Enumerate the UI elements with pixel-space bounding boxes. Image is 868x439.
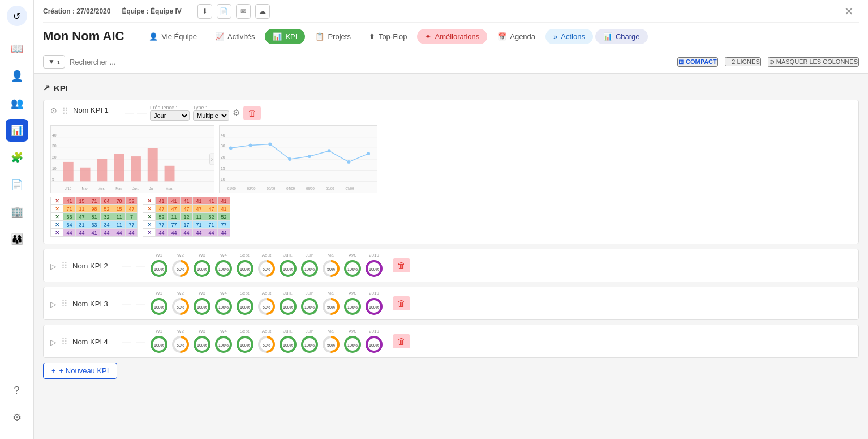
pdf-btn[interactable]: 📄 (217, 4, 231, 19)
kpi3-name: Nom KPI 3 (72, 300, 118, 308)
toolbar: ▼ ₁ ⊞ COMPACT ≡ 2 LIGNES ⊘ MASQUER LES C… (34, 50, 868, 74)
kpi3-dash1[interactable]: — (122, 299, 131, 309)
tab-projets[interactable]: 📋 Projets (307, 29, 358, 44)
kpi4-dash1[interactable]: — (122, 336, 131, 347)
kpi3-expand[interactable]: ▷ (50, 300, 57, 309)
svg-text:100%: 100% (197, 267, 207, 271)
kpi-icon: 📊 (273, 32, 282, 41)
kpi2-drag[interactable]: ⠿ (61, 261, 68, 271)
kpi1-expand[interactable]: ⊙ (50, 106, 57, 115)
kpi1-drag[interactable]: ⠿ (62, 106, 68, 117)
kpi1-freq: Fréquence : Jour Semaine Mois (150, 105, 190, 121)
del-cell[interactable]: ✕ (51, 197, 63, 205)
del-cell[interactable]: ✕ (51, 221, 63, 229)
actions-icon: » (553, 32, 557, 41)
content-area: ↗ KPI ⊙ ⠿ Nom KPI 1 — — Fréquence : Jour… (34, 74, 868, 439)
svg-rect-14 (131, 156, 141, 181)
svg-text:30/09: 30/09 (326, 187, 334, 190)
trend-icon: ↗ (43, 83, 50, 93)
kpi4-drag[interactable]: ⠿ (61, 336, 68, 347)
del-cell[interactable]: ✕ (51, 205, 63, 213)
sidebar-item-user[interactable]: 👤 (6, 65, 28, 87)
del-cell[interactable]: ✕ (51, 229, 63, 237)
kpi1-delete-btn[interactable]: 🗑 (243, 106, 261, 120)
close-button[interactable]: ✕ (839, 1, 859, 22)
del-cell-r[interactable]: ✕ (143, 205, 156, 213)
vie-equipe-icon: 👤 (149, 32, 158, 41)
svg-text:100%: 100% (240, 343, 250, 347)
del-cell-r[interactable]: ✕ (143, 221, 156, 229)
sidebar-item-chart[interactable]: 📊 (6, 119, 28, 142)
sidebar-item-users[interactable]: 👥 (6, 92, 28, 114)
kpi4-period-labels: W1 W2 W3 W4 Sept. Août Juill. Juin Mai A… (149, 329, 384, 334)
kpi4-dash2[interactable]: — (136, 336, 145, 347)
chart-toggle-btn[interactable]: › (209, 154, 214, 165)
del-cell-r[interactable]: ✕ (143, 197, 156, 205)
tab-ameliorations[interactable]: ✦ Améliorations (417, 29, 487, 44)
plus-icon: + (51, 366, 56, 375)
del-cell-r[interactable]: ✕ (143, 229, 156, 237)
tab-kpi[interactable]: 📊 KPI (265, 29, 305, 44)
kpi2-dash1[interactable]: — (122, 261, 131, 271)
kpi2-name: Nom KPI 2 (72, 262, 118, 270)
kpi4-periods: W1 W2 W3 W4 Sept. Août Juill. Juin Mai A… (149, 329, 384, 354)
kpi-section-title: ↗ KPI (43, 83, 859, 93)
svg-text:Aug.: Aug. (166, 187, 174, 190)
kpi1-dash1[interactable]: — (125, 108, 134, 118)
sidebar-item-settings[interactable]: ⚙ (6, 406, 28, 429)
download-btn[interactable]: ⬇ (197, 4, 212, 19)
kpi1-gear-icon[interactable]: ⚙ (233, 108, 240, 118)
svg-text:100%: 100% (283, 305, 293, 309)
search-input[interactable] (70, 58, 673, 66)
sidebar-item-help[interactable]: ? (6, 379, 28, 402)
sidebar-item-doc[interactable]: 📄 (6, 173, 28, 196)
kpi1-data-tables: ✕ 411571647032 ✕ 711198521547 ✕ 36478132… (50, 197, 852, 237)
svg-text:50%: 50% (263, 267, 270, 271)
line-chart-svg: 40 30 20 15 10 (220, 126, 377, 193)
kpi1-dash2[interactable]: — (137, 108, 147, 118)
svg-text:100%: 100% (218, 305, 229, 309)
sidebar-item-org2[interactable]: 👨‍👩‍👦 (6, 228, 28, 250)
svg-text:05/09: 05/09 (306, 187, 315, 190)
filter-button[interactable]: ▼ ₁ (43, 55, 65, 69)
svg-rect-10 (63, 162, 74, 181)
del-cell[interactable]: ✕ (51, 213, 63, 221)
kpi3-drag[interactable]: ⠿ (61, 299, 68, 309)
two-lines-button[interactable]: ≡ 2 LIGNES (725, 57, 761, 66)
svg-text:100%: 100% (304, 267, 315, 271)
tab-actions[interactable]: » Actions (545, 29, 593, 44)
email-btn[interactable]: ✉ (236, 4, 251, 19)
cloud-btn[interactable]: ☁ (255, 4, 270, 19)
sidebar-logo[interactable]: ↺ (7, 6, 27, 26)
sidebar-item-puzzle[interactable]: 🧩 (6, 146, 28, 169)
kpi2-dash2[interactable]: — (136, 261, 145, 271)
kpi4-expand[interactable]: ▷ (50, 338, 57, 347)
kpi3-circle-1: 100% (149, 297, 169, 316)
new-kpi-label: + Nouveau KPI (59, 366, 109, 375)
sidebar-item-org[interactable]: 🏢 (6, 201, 28, 223)
hide-columns-button[interactable]: ⊘ MASQUER LES COLONNES (768, 57, 859, 67)
equipe-value: Équipe IV (151, 7, 182, 15)
kpi1-type-select[interactable]: Multiple Simple (193, 110, 229, 121)
compact-button[interactable]: ⊞ COMPACT (677, 57, 718, 67)
svg-text:30: 30 (52, 144, 57, 148)
sidebar-item-book[interactable]: 📖 (6, 37, 28, 60)
bar-chart-svg: 40 30 20 10 5 (51, 126, 214, 193)
tab-charge[interactable]: 📊 Charge (595, 29, 648, 44)
kpi2-expand[interactable]: ▷ (50, 262, 57, 271)
hide-columns-icon: ⊘ (769, 58, 774, 66)
kpi2-delete-btn[interactable]: 🗑 (393, 258, 410, 272)
tab-top-flop[interactable]: ⬆ Top-Flop (361, 29, 415, 44)
del-cell-r[interactable]: ✕ (143, 213, 156, 221)
kpi3-circle-3: 100% (192, 297, 212, 316)
new-kpi-button[interactable]: + + Nouveau KPI (43, 363, 117, 379)
tab-agenda[interactable]: 📅 Agenda (489, 29, 543, 44)
kpi1-freq-select[interactable]: Jour Semaine Mois (150, 110, 190, 121)
tab-vie-equipe[interactable]: 👤 Vie Équipe (141, 29, 205, 44)
kpi2-circle-3: 100% (192, 259, 212, 278)
kpi4-delete-btn[interactable]: 🗑 (393, 334, 410, 348)
kpi3-delete-btn[interactable]: 🗑 (393, 296, 410, 310)
logo-icon: ↺ (13, 11, 20, 22)
kpi3-dash2[interactable]: — (136, 299, 145, 309)
tab-activites[interactable]: 📈 Activités (207, 29, 263, 44)
